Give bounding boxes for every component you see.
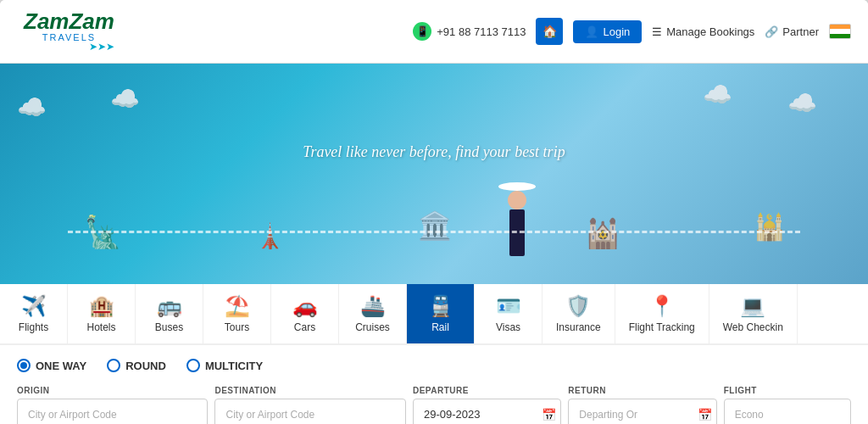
browser-window: ZamZam TRAVELS ➤➤➤ 📱 +91 88 7113 7113 🏠 … [0, 0, 868, 424]
tab-visas[interactable]: 🪪 Visas [475, 284, 542, 343]
origin-group: ORIGIN [17, 386, 208, 424]
logo-area: ZamZam TRAVELS ➤➤➤ [17, 7, 121, 56]
flight-tracking-icon: 📍 [649, 294, 675, 318]
tours-label: Tours [225, 321, 249, 333]
cloud-1: ☁️ [17, 93, 47, 121]
web-checkin-icon: 💻 [740, 294, 765, 318]
tab-tours[interactable]: ⛱️ Tours [203, 284, 271, 343]
return-input[interactable] [568, 399, 716, 424]
manage-icon: ☰ [652, 25, 662, 38]
insurance-icon: 🛡️ [565, 294, 591, 318]
destination-input[interactable] [214, 399, 405, 424]
return-calendar-button[interactable]: 📅 [698, 408, 712, 421]
tab-flight-tracking[interactable]: 📍 Flight Tracking [615, 284, 709, 343]
service-tabs: ✈️ Flights 🏨 Hotels 🚌 Buses ⛱️ Tours 🚗 C… [0, 284, 868, 345]
multicity-label: MULTICITY [205, 360, 263, 372]
taj-mahal: 🕌 [754, 212, 785, 242]
dotted-path [68, 231, 800, 233]
tab-cruises[interactable]: 🚢 Cruises [339, 284, 407, 343]
cloud-4: ☁️ [703, 81, 732, 109]
return-input-wrapper: 📅 [568, 399, 716, 424]
hotels-label: Hotels [86, 321, 115, 333]
cloud-2: ☁️ [110, 85, 140, 113]
return-label: RETURN [568, 386, 716, 395]
girl-head [508, 191, 526, 209]
girl-figure [496, 182, 538, 267]
phone-badge: 📱 +91 88 7113 7113 [413, 22, 526, 41]
flight-class-input-wrapper [724, 399, 851, 424]
hero-banner: 🗽 🗼 🏛️ 🕍 🕌 ☁️ ☁️ ☁️ ☁️ Travel like never… [0, 64, 868, 284]
origin-input[interactable] [17, 399, 208, 424]
origin-label: ORIGIN [17, 386, 208, 395]
search-form-area: ONE WAY ROUND MULTICITY ORIGIN DESTINATI… [0, 345, 868, 424]
destination-label: DESTINATION [214, 386, 405, 395]
hotels-icon: 🏨 [89, 294, 114, 318]
colosseum: 🏛️ [418, 209, 452, 242]
login-label: Login [603, 25, 630, 38]
eiffel-tower: 🗼 [255, 222, 285, 250]
girl-hat [498, 182, 536, 191]
partner-icon: 🔗 [765, 25, 778, 38]
login-icon: 👤 [585, 25, 598, 38]
multicity-radio[interactable] [186, 359, 200, 372]
trip-type-row: ONE WAY ROUND MULTICITY [17, 359, 851, 372]
departure-label: DEPARTURE [413, 386, 561, 395]
departure-input[interactable] [413, 399, 561, 424]
departure-calendar-button[interactable]: 📅 [542, 408, 556, 421]
nav-right: 📱 +91 88 7113 7113 🏠 👤 Login ☰ Manage Bo… [413, 18, 851, 45]
return-group: RETURN 📅 [568, 386, 716, 424]
origin-input-wrapper [17, 399, 208, 424]
departure-input-wrapper: 📅 [413, 399, 561, 424]
flight-class-label: FLIGHT [724, 386, 851, 395]
cars-label: Cars [294, 321, 315, 333]
tab-cars[interactable]: 🚗 Cars [271, 284, 339, 343]
visas-icon: 🪪 [496, 294, 521, 318]
tab-rail[interactable]: 🚆 Rail [407, 284, 475, 343]
rail-icon: 🚆 [428, 294, 453, 318]
home-button[interactable]: 🏠 [536, 18, 563, 45]
multicity-option[interactable]: MULTICITY [186, 359, 263, 372]
cruises-icon: 🚢 [360, 294, 386, 318]
one-way-radio[interactable] [17, 359, 31, 372]
top-nav: ZamZam TRAVELS ➤➤➤ 📱 +91 88 7113 7113 🏠 … [0, 0, 868, 64]
cruises-label: Cruises [355, 321, 390, 333]
flight-tracking-label: Flight Tracking [629, 321, 695, 333]
tab-flights[interactable]: ✈️ Flights [0, 284, 68, 343]
departure-group: DEPARTURE 📅 [413, 386, 561, 424]
partner-button[interactable]: 🔗 Partner [765, 25, 819, 38]
buses-icon: 🚌 [157, 294, 182, 318]
rail-label: Rail [431, 321, 449, 333]
logo-name: ZamZam [24, 10, 114, 32]
insurance-label: Insurance [556, 321, 601, 333]
buses-label: Buses [155, 321, 183, 333]
country-flag[interactable] [829, 24, 851, 39]
round-radio[interactable] [107, 359, 120, 372]
flight-class-input[interactable] [724, 399, 851, 424]
destination-input-wrapper [214, 399, 405, 424]
whatsapp-icon: 📱 [413, 22, 431, 41]
round-option[interactable]: ROUND [107, 359, 166, 372]
flight-class-group: FLIGHT [724, 386, 851, 424]
tab-web-checkin[interactable]: 💻 Web Checkin [709, 284, 798, 343]
logo-box: ZamZam TRAVELS ➤➤➤ [17, 7, 121, 56]
big-ben: 🕍 [585, 216, 620, 250]
visas-label: Visas [496, 321, 520, 333]
partner-label: Partner [782, 25, 819, 38]
logo-arrow: ➤➤➤ [24, 41, 114, 53]
tab-buses[interactable]: 🚌 Buses [136, 284, 203, 343]
hero-tagline: Travel like never before, find your best… [303, 143, 565, 161]
tab-hotels[interactable]: 🏨 Hotels [68, 284, 136, 343]
tours-icon: ⛱️ [225, 294, 250, 318]
manage-label: Manage Bookings [666, 25, 754, 38]
one-way-option[interactable]: ONE WAY [17, 359, 86, 372]
web-checkin-label: Web Checkin [723, 321, 783, 333]
cloud-3: ☁️ [787, 89, 817, 117]
destination-group: DESTINATION [214, 386, 405, 424]
flights-label: Flights [19, 321, 48, 333]
form-fields-row: ORIGIN DESTINATION DEPARTURE 📅 RE [17, 386, 851, 424]
round-label: ROUND [125, 360, 166, 372]
manage-bookings-button[interactable]: ☰ Manage Bookings [652, 25, 754, 38]
tab-insurance[interactable]: 🛡️ Insurance [542, 284, 615, 343]
phone-number: +91 88 7113 7113 [437, 25, 526, 38]
login-button[interactable]: 👤 Login [573, 20, 642, 43]
